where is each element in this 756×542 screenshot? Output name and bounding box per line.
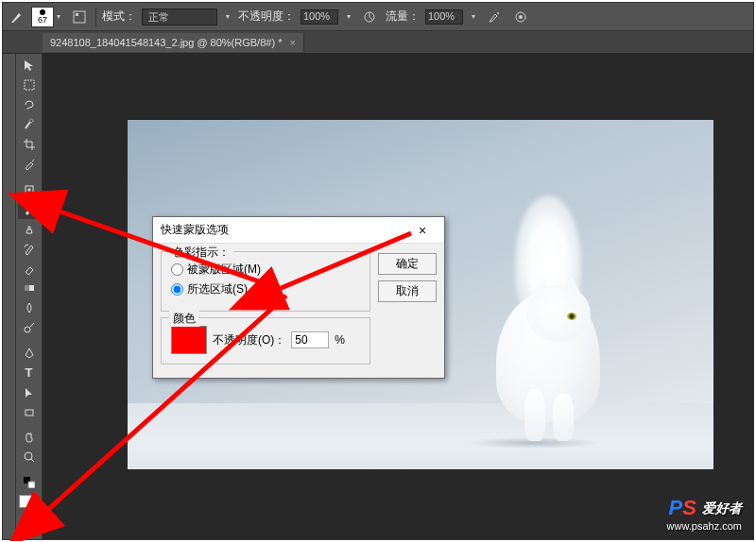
radio-input-masked[interactable] xyxy=(171,263,183,276)
lasso-tool[interactable] xyxy=(18,95,41,115)
collapsed-panel-strip[interactable] xyxy=(3,54,16,539)
color-fieldset: 颜色 不透明度(O)： % xyxy=(161,317,370,364)
dodge-tool[interactable] xyxy=(18,318,41,338)
close-icon[interactable]: × xyxy=(289,37,295,48)
svg-point-11 xyxy=(25,327,30,332)
document-tab-bar: 9248108_184041548143_2.jpg @ 80%(RGB/8#)… xyxy=(3,31,753,54)
divider xyxy=(95,8,96,26)
flow-label: 流量： xyxy=(386,8,420,25)
rectangular-marquee-tool[interactable] xyxy=(18,76,41,95)
pen-tool[interactable] xyxy=(18,344,41,364)
foreground-color-swatch[interactable] xyxy=(19,495,32,508)
toolbox: T xyxy=(16,54,43,539)
opacity-unit: % xyxy=(335,333,345,347)
mode-label: 模式： xyxy=(102,8,136,25)
pressure-opacity-icon[interactable] xyxy=(359,7,380,27)
brush-size-value: 67 xyxy=(38,15,47,25)
dialog-body: 色彩指示： 被蒙版区域(M) 所选区域(S) 颜色 不透明度(O)： xyxy=(153,244,444,378)
image-subject-cat xyxy=(468,195,619,441)
options-bar: 67 ▾ 模式： 正常 ▾ 不透明度： 100% ▾ 流量： 100% ▾ xyxy=(3,3,753,31)
document-tab-title: 9248108_184041548143_2.jpg @ 80%(RGB/8#)… xyxy=(50,37,282,48)
svg-rect-0 xyxy=(74,11,85,23)
svg-point-17 xyxy=(26,527,32,533)
svg-point-5 xyxy=(519,15,523,19)
close-icon[interactable]: × xyxy=(408,221,437,240)
svg-rect-12 xyxy=(26,410,33,415)
color-indicates-legend: 色彩指示： xyxy=(169,245,233,261)
color-swatches[interactable] xyxy=(19,495,40,515)
mask-color-swatch[interactable] xyxy=(171,326,207,354)
cancel-button[interactable]: 取消 xyxy=(378,280,437,302)
opacity-label: 不透明度： xyxy=(238,8,295,25)
opacity-value: 100% xyxy=(303,10,330,22)
path-selection-tool[interactable] xyxy=(18,382,41,402)
radio-input-selected[interactable] xyxy=(171,283,183,296)
opacity-label: 不透明度(O)： xyxy=(213,332,285,348)
crop-tool[interactable] xyxy=(18,135,41,155)
history-brush-tool[interactable] xyxy=(18,239,41,259)
svg-point-7 xyxy=(29,119,33,123)
quick-mask-mode[interactable] xyxy=(18,519,41,539)
app-frame: 67 ▾ 模式： 正常 ▾ 不透明度： 100% ▾ 流量： 100% ▾ 92… xyxy=(2,2,754,540)
document-tab[interactable]: 9248108_184041548143_2.jpg @ 80%(RGB/8#)… xyxy=(43,33,304,52)
eyedropper-tool[interactable] xyxy=(18,155,41,175)
quick-selection-tool[interactable] xyxy=(18,115,41,135)
radio-label-selected: 所选区域(S) xyxy=(187,281,248,297)
chevron-down-icon[interactable]: ▾ xyxy=(223,7,232,27)
chevron-down-icon[interactable]: ▾ xyxy=(344,7,353,27)
svg-point-13 xyxy=(25,452,32,460)
hand-tool[interactable] xyxy=(18,428,41,448)
watermark: PS 爱好者 www.psahz.com xyxy=(667,496,742,532)
clone-stamp-tool[interactable] xyxy=(18,219,41,239)
eraser-tool[interactable] xyxy=(18,259,41,279)
rectangle-tool[interactable] xyxy=(18,402,41,422)
watermark-logo: PS 爱好者 xyxy=(667,496,742,520)
svg-rect-6 xyxy=(25,80,34,90)
svg-rect-10 xyxy=(25,285,29,291)
spot-healing-brush-tool[interactable] xyxy=(18,179,41,199)
default-colors-icon[interactable] xyxy=(18,473,41,493)
radio-label-masked: 被蒙版区域(M) xyxy=(187,262,261,278)
watermark-url: www.psahz.com xyxy=(667,520,742,532)
dialog-titlebar[interactable]: 快速蒙版选项 × xyxy=(153,217,444,244)
gradient-tool[interactable] xyxy=(18,279,41,298)
blur-tool[interactable] xyxy=(18,298,41,318)
brush-preview: 67 xyxy=(31,7,54,27)
airbrush-icon[interactable] xyxy=(484,7,505,27)
color-indicates-fieldset: 色彩指示： 被蒙版区域(M) 所选区域(S) xyxy=(161,251,370,312)
svg-rect-15 xyxy=(28,482,35,488)
blend-mode-select[interactable]: 正常 xyxy=(142,8,217,25)
chevron-down-icon[interactable]: ▾ xyxy=(469,7,478,27)
quick-mask-options-dialog: 快速蒙版选项 × 色彩指示： 被蒙版区域(M) 所选区域(S) 颜色 xyxy=(152,216,445,379)
chevron-down-icon[interactable]: ▾ xyxy=(54,7,63,27)
watermark-brand: 爱好者 xyxy=(702,500,742,516)
brush-panel-toggle-icon[interactable] xyxy=(69,7,90,27)
svg-point-3 xyxy=(497,12,499,14)
flow-field[interactable]: 100% xyxy=(425,9,463,25)
brush-tool[interactable] xyxy=(18,199,41,219)
opacity-input[interactable] xyxy=(291,331,329,348)
ok-button[interactable]: 确定 xyxy=(378,253,437,275)
flow-value: 100% xyxy=(428,10,455,22)
move-tool[interactable] xyxy=(18,56,41,76)
opacity-field[interactable]: 100% xyxy=(301,9,338,25)
zoom-tool[interactable] xyxy=(18,448,41,467)
image-ground xyxy=(128,403,713,469)
dialog-title-text: 快速蒙版选项 xyxy=(161,222,229,238)
current-tool-icon xyxy=(9,8,26,25)
brush-preset-picker[interactable]: 67 ▾ xyxy=(31,7,63,27)
color-legend: 颜色 xyxy=(169,311,199,327)
radio-selected-areas[interactable]: 所选区域(S) xyxy=(171,281,360,297)
svg-rect-1 xyxy=(76,13,78,16)
blend-mode-value: 正常 xyxy=(148,11,169,23)
type-tool[interactable]: T xyxy=(18,363,41,382)
pressure-size-icon[interactable] xyxy=(510,7,531,27)
radio-masked-areas[interactable]: 被蒙版区域(M) xyxy=(171,262,360,278)
